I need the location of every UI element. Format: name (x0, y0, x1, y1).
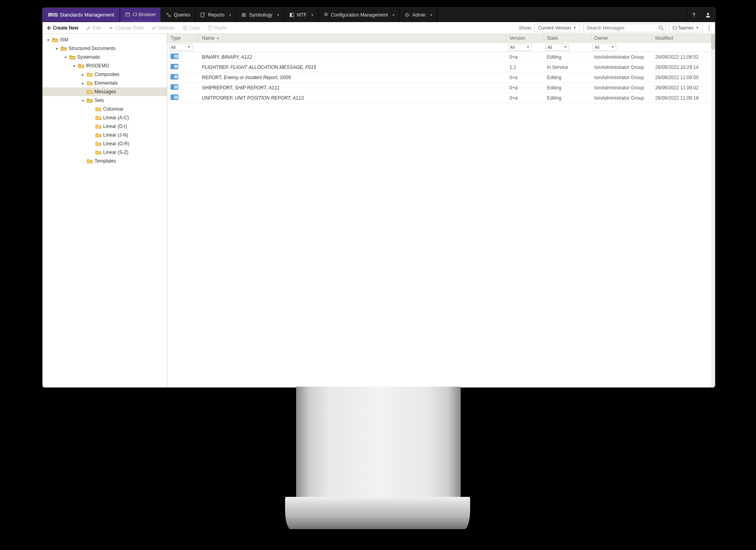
table-row[interactable]: UNITPOSREP, UNIT POSITION REPORT, A1130+… (167, 93, 715, 103)
row-version: 0+a (506, 75, 544, 80)
tree-node-columnar[interactable]: •Columnar (43, 105, 167, 113)
more-options-button[interactable] (706, 24, 713, 32)
row-owner: IsmAdministrator Group (591, 75, 652, 80)
col-version[interactable]: Version (506, 34, 544, 42)
tree-label: Sets (94, 98, 104, 103)
nav-item-label: Admin (412, 12, 426, 18)
nav-item-configuration-management[interactable]: Configuration Management▾ (319, 8, 400, 22)
tree-node-messages[interactable]: •Messages (43, 87, 167, 96)
tree-node-linear-o-r-[interactable]: •Linear (O-R) (43, 139, 167, 148)
search-input-wrap[interactable] (583, 24, 666, 32)
folder-icon (95, 132, 102, 138)
tree-toggle-icon[interactable]: ▾ (54, 46, 59, 51)
tree-toggle-icon[interactable]: ▸ (80, 72, 85, 77)
user-icon[interactable] (701, 8, 715, 22)
tree-toggle-icon[interactable]: ▾ (46, 38, 50, 42)
nav-item-admin[interactable]: Admin▾ (400, 8, 437, 22)
col-type[interactable]: Type (167, 34, 199, 42)
validate-button[interactable]: Validate (148, 22, 178, 33)
change-state-label: Change State (115, 25, 144, 31)
tree-node-elementals[interactable]: ▸Elementals (43, 79, 167, 87)
nav-item-ci-browser[interactable]: CI Browser (120, 8, 161, 22)
col-name[interactable]: Name▲ (199, 34, 506, 42)
nav-item-label: Queries (174, 12, 190, 18)
grid-body[interactable]: BINARY, BINARY, A1120+aEditingIsmAdminis… (167, 52, 715, 387)
tree-toggle-icon[interactable]: ▾ (72, 64, 76, 68)
tree-label: Linear (S-Z) (103, 150, 128, 155)
tree-label: Linear (O-R) (103, 141, 130, 146)
swap-icon (109, 26, 113, 30)
help-icon[interactable]: ? (687, 8, 701, 22)
change-state-button[interactable]: Change State (105, 22, 148, 33)
edit-button[interactable]: Edit (82, 22, 105, 33)
nav-item-queries[interactable]: Queries (161, 8, 195, 22)
svg-line-16 (662, 29, 663, 30)
table-row[interactable]: SHIPREPORT, SHIP REPORT, A1110+aEditingI… (167, 83, 715, 93)
row-owner: IsmAdministrator Group (591, 95, 652, 101)
tree-node-linear-s-z-[interactable]: •Linear (S-Z) (43, 148, 167, 157)
tree-node-templates[interactable]: •Templates (43, 157, 167, 165)
svg-line-2 (168, 15, 169, 15)
paste-label: Paste (214, 25, 226, 31)
chevron-down-icon: ▾ (430, 13, 432, 17)
paste-button[interactable]: Paste (204, 22, 230, 33)
row-name: REPORT, Enemy or Incident Report, S005 (199, 75, 506, 80)
filter-version-select[interactable]: All▼ (508, 44, 532, 51)
row-version: 0+a (506, 95, 544, 101)
table-row[interactable]: REPORT, Enemy or Incident Report, S0050+… (167, 72, 715, 83)
tree-label: Templates (94, 158, 116, 164)
nav-item-symbology[interactable]: Symbology▾ (236, 8, 284, 22)
filter-state-select[interactable]: All▼ (545, 44, 569, 51)
row-modified: 26/09/2022 11:08:52 (652, 54, 715, 60)
row-name: SHIPREPORT, SHIP REPORT, A111 (199, 85, 506, 91)
tree-node-composites[interactable]: ▸Composites (43, 70, 167, 79)
svg-point-15 (659, 26, 662, 29)
table-row[interactable]: BINARY, BINARY, A1120+aEditingIsmAdminis… (167, 52, 715, 62)
tree-node-linear-j-n-[interactable]: •Linear (J-N) (43, 131, 167, 139)
tree-node-linear-a-c-[interactable]: •Linear (A-C) (43, 113, 167, 122)
nav-spacer (437, 8, 687, 22)
col-owner[interactable]: Owner (591, 34, 652, 42)
tree-toggle-icon[interactable]: ▸ (80, 81, 85, 85)
svg-rect-7 (292, 13, 294, 17)
folder-open-icon (87, 98, 93, 103)
nav-menu-icon (125, 12, 130, 17)
tree-toggle-icon[interactable]: ▾ (80, 98, 85, 103)
search-input[interactable] (587, 25, 658, 31)
svg-point-10 (707, 13, 709, 15)
folder-icon (95, 150, 102, 155)
copy-button[interactable]: Copy (179, 22, 204, 33)
svg-rect-14 (209, 26, 211, 26)
check-icon (152, 26, 156, 30)
tree-node-linear-d-i-[interactable]: •Linear (D-I) (43, 122, 167, 131)
vertical-scrollbar[interactable] (711, 34, 715, 387)
svg-point-8 (406, 14, 408, 16)
ci-names-select[interactable]: CI Names ▼ (669, 24, 702, 32)
kebab-icon (708, 25, 710, 31)
nav-item-reports[interactable]: Reports▾ (195, 8, 236, 22)
tree-label: Elementals (94, 80, 118, 86)
tree-node-structured-documents[interactable]: ▾Structured Documents (43, 44, 167, 53)
create-new-button[interactable]: Create New (43, 22, 82, 33)
table-row[interactable]: FLIGHTREP, FLIGHT ALLOCATION MESSAGE, F0… (167, 62, 715, 72)
filter-type-select[interactable]: All▼ (169, 44, 193, 51)
svg-point-18 (709, 27, 710, 28)
chevron-down-icon: ▾ (229, 13, 231, 17)
current-version-select[interactable]: Current Version ▼ (534, 24, 580, 32)
tree-pane[interactable]: ▾ISM▾Structured Documents▾Systematic▾IRI… (43, 34, 167, 387)
folder-icon (95, 106, 102, 112)
pencil-icon (86, 26, 91, 30)
nav-item-label: Configuration Management (331, 12, 388, 18)
tree-node-irisdemo[interactable]: ▾IRISDEMO (43, 61, 167, 70)
col-modified[interactable]: Modified (652, 35, 715, 41)
tree-node-sets[interactable]: ▾Sets (43, 96, 167, 105)
tree-node-ism[interactable]: ▾ISM (43, 35, 167, 44)
nav-item-mtf[interactable]: MTF▾ (284, 8, 319, 22)
ci-names-value: CI Names (673, 25, 693, 31)
tree-toggle-icon[interactable]: ▾ (63, 55, 68, 59)
tree-node-systematic[interactable]: ▾Systematic (43, 53, 167, 61)
col-state[interactable]: State (544, 34, 591, 42)
scrollbar-thumb[interactable] (711, 34, 715, 50)
tree-label: Columnar (103, 106, 124, 112)
filter-owner-select[interactable]: All▼ (593, 44, 616, 51)
